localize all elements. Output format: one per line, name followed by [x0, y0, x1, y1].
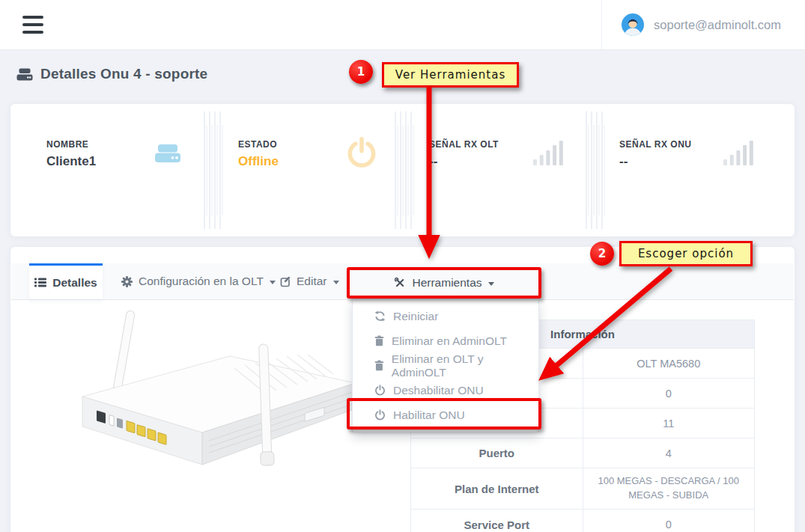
power-icon: [374, 409, 386, 421]
trash-icon: [374, 360, 384, 371]
trash-icon: [374, 335, 384, 346]
signal-bars-icon: [533, 141, 563, 165]
step-1-badge: 1: [349, 60, 373, 84]
menu-item-eliminar-olt-y-adminolt[interactable]: Eliminar en OLT y AdminOLT: [353, 353, 538, 378]
power-status-icon: [346, 137, 377, 168]
status-summary-card: NOMBRE Cliente1 ESTADO Offline SEÑAL RX …: [10, 104, 795, 236]
tab-editar[interactable]: Editar: [279, 263, 339, 299]
hamburger-menu-button[interactable]: [22, 16, 43, 34]
menu-item-label: Deshabilitar ONU: [393, 384, 484, 397]
chevron-down-icon: [333, 281, 339, 284]
menu-item-label: Habilitar ONU: [393, 409, 465, 422]
stat-label-senal-rx-onu: SEÑAL RX ONU: [619, 139, 691, 150]
step-2-badge: 2: [590, 242, 614, 266]
table-row: Service Port 0: [411, 510, 755, 532]
signal-bars-icon: [723, 141, 753, 165]
tab-label: Editar: [297, 275, 327, 288]
tab-label: Herramientas: [412, 276, 482, 290]
herramientas-dropdown: Reiniciar Eliminar en AdminOLT Eliminar …: [352, 299, 539, 432]
menu-item-deshabilitar-onu[interactable]: Deshabilitar ONU: [353, 378, 538, 403]
onu-icon: [16, 68, 33, 81]
user-email: soporte@adminolt.com: [654, 18, 781, 32]
user-avatar: [622, 13, 644, 36]
step-2-note: Escoger opción: [619, 241, 753, 266]
adminolt-app: soporte@adminolt.com Detalles Onu 4 - so…: [0, 0, 805, 532]
tab-label: Detalles: [52, 276, 97, 290]
menu-item-label: Reiniciar: [393, 310, 438, 323]
table-row: Puerto 4: [411, 438, 755, 468]
power-icon: [374, 385, 386, 396]
stat-label-estado: ESTADO: [238, 139, 277, 150]
menu-item-label: Eliminar en AdminOLT: [392, 334, 507, 348]
menu-item-reiniciar[interactable]: Reiniciar: [353, 304, 538, 328]
stat-value-estado: Offline: [238, 154, 279, 169]
chevron-down-icon: [488, 282, 494, 286]
divider: [586, 111, 605, 229]
stat-label-senal-rx-olt: SEÑAL RX OLT: [429, 139, 499, 150]
gear-icon: [121, 276, 133, 287]
menu-item-label: Eliminar en OLT y AdminOLT: [392, 352, 538, 379]
user-menu[interactable]: soporte@adminolt.com: [601, 0, 795, 49]
stat-label-nombre: NOMBRE: [46, 139, 88, 150]
stat-value-senal-rx-onu: --: [619, 154, 628, 169]
refresh-icon: [374, 311, 386, 322]
divider: [204, 111, 223, 229]
table-row: Plan de Internet 100 MEGAS - DESCARGA / …: [411, 468, 755, 510]
step-1-note: Ver Herramientas: [382, 62, 519, 88]
tab-configuracion-olt[interactable]: Configuración en la OLT: [121, 263, 276, 299]
tab-herramientas[interactable]: Herramientas: [347, 267, 541, 299]
list-icon: [34, 278, 46, 287]
tools-icon: [394, 277, 406, 289]
divider: [395, 111, 414, 229]
menu-item-habilitar-onu[interactable]: Habilitar ONU: [353, 403, 538, 427]
onu-product-image: [41, 305, 363, 492]
chevron-down-icon: [270, 281, 276, 284]
page-title-text: Detalles Onu 4 - soporte: [40, 66, 207, 82]
stat-value-nombre: Cliente1: [46, 154, 96, 169]
edit-icon: [279, 276, 291, 287]
top-navbar: soporte@adminolt.com: [0, 0, 805, 50]
page-title: Detalles Onu 4 - soporte: [16, 66, 207, 82]
menu-item-eliminar-adminolt[interactable]: Eliminar en AdminOLT: [353, 328, 538, 353]
tab-detalles[interactable]: Detalles: [29, 263, 103, 299]
router-icon: [153, 143, 183, 165]
stat-value-senal-rx-olt: --: [429, 154, 437, 169]
tab-label: Configuración en la OLT: [139, 275, 264, 288]
